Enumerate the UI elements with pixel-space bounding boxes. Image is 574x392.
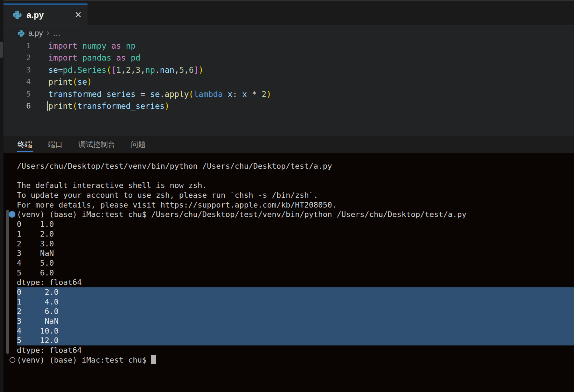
code-token: , bbox=[140, 65, 145, 75]
code-token: : bbox=[232, 90, 237, 99]
code-token: ) bbox=[164, 102, 169, 111]
code-token bbox=[247, 90, 252, 99]
code-token: ( bbox=[72, 77, 77, 86]
command-output-gutter-bar bbox=[6, 210, 9, 354]
editor-tab-bar: a.py ✕ bbox=[4, 0, 574, 26]
tab-title: a.py bbox=[27, 10, 44, 20]
terminal-line bbox=[17, 171, 574, 181]
terminal-line: (venv) (base) iMac:test chu$ bbox=[17, 355, 574, 365]
code-token: Series bbox=[77, 65, 106, 75]
terminal-line: 4 10.0 bbox=[17, 326, 574, 336]
code-token: 2 bbox=[126, 65, 131, 75]
terminal-line: For more details, please visit https://s… bbox=[17, 200, 574, 210]
code-token: . bbox=[155, 65, 160, 75]
code-token: , bbox=[184, 65, 189, 75]
code-token: nan bbox=[160, 65, 175, 75]
panel-tab-item[interactable]: 端口 bbox=[48, 136, 63, 153]
main-area: a.py ✕ a.py › … 1import numpy as np2impo… bbox=[4, 0, 574, 392]
code-token: 5 bbox=[179, 65, 184, 75]
terminal-line: The default interactive shell is now zsh… bbox=[17, 181, 574, 190]
panel-tab-active[interactable]: 终端 bbox=[18, 136, 32, 153]
code-token: transformed_series bbox=[77, 102, 164, 111]
line-number: 3 bbox=[4, 64, 31, 76]
code-token bbox=[121, 41, 126, 50]
code-token bbox=[223, 90, 228, 99]
code-token bbox=[257, 90, 262, 99]
terminal-line: 4 5.0 bbox=[17, 258, 574, 268]
code-lines: 1import numpy as np2import pandas as pd3… bbox=[4, 40, 574, 112]
code-token: x bbox=[227, 90, 232, 99]
line-number: 4 bbox=[4, 76, 31, 88]
code-line-text: transformed_series = se.apply(lambda x: … bbox=[48, 88, 271, 100]
code-token: . bbox=[160, 90, 165, 99]
code-line-text: se=pd.Series([1,2,3,np.nan,5,6]) bbox=[48, 64, 203, 76]
code-token: numpy bbox=[82, 41, 106, 50]
tab-a-py[interactable]: a.py ✕ bbox=[4, 4, 88, 25]
code-line: 4print(se) bbox=[4, 76, 574, 88]
code-line: 2import pandas as pd bbox=[4, 52, 574, 64]
code-token: ( bbox=[106, 65, 111, 75]
code-token bbox=[237, 90, 242, 99]
breadcrumb-file[interactable]: a.py bbox=[28, 29, 43, 38]
terminal-line: 3 NaN bbox=[17, 248, 574, 258]
code-token: ( bbox=[72, 102, 77, 111]
code-token: 1 bbox=[116, 65, 121, 75]
panel-tab-item[interactable]: 问题 bbox=[131, 136, 146, 153]
terminal-line: 1 2.0 bbox=[17, 229, 574, 239]
terminal-line: To update your account to use zsh, pleas… bbox=[17, 190, 574, 200]
code-token: se bbox=[150, 90, 160, 99]
terminal-lines: /Users/chu/Desktop/test/venv/bin/python … bbox=[17, 161, 574, 365]
close-icon[interactable]: ✕ bbox=[75, 10, 82, 19]
code-token bbox=[77, 41, 82, 50]
panel-tab-item[interactable]: 调试控制台 bbox=[78, 136, 115, 153]
code-token: , bbox=[121, 65, 126, 75]
code-token: import bbox=[48, 41, 77, 50]
code-token bbox=[106, 41, 111, 50]
breadcrumb: a.py › … bbox=[4, 26, 574, 39]
code-token: 2 bbox=[261, 90, 266, 99]
code-token: import bbox=[48, 53, 77, 62]
code-token: print bbox=[48, 77, 72, 86]
terminal-line: 0 2.0 bbox=[17, 287, 574, 297]
panel-tab-bar: 终端端口调试控制台问题 bbox=[4, 136, 574, 153]
code-line: 5transformed_series = se.apply(lambda x:… bbox=[4, 88, 574, 100]
code-token: , bbox=[174, 65, 179, 75]
code-token: lambda bbox=[194, 90, 223, 99]
code-line: 3se=pd.Series([1,2,3,np.nan,5,6]) bbox=[4, 64, 574, 76]
code-token bbox=[77, 53, 82, 62]
code-token: pd bbox=[131, 53, 140, 62]
window-left-edge bbox=[0, 0, 4, 392]
code-token: x bbox=[242, 90, 247, 99]
code-token: se bbox=[77, 77, 87, 86]
command-prompt-decoration-icon[interactable] bbox=[9, 357, 15, 363]
code-token bbox=[126, 53, 131, 62]
code-token: se bbox=[48, 65, 58, 75]
code-token: = bbox=[58, 65, 63, 75]
command-run-decoration-icon[interactable] bbox=[9, 211, 15, 218]
code-token: print bbox=[48, 102, 72, 111]
code-token: ) bbox=[199, 65, 204, 75]
code-line: 1import numpy as np bbox=[4, 40, 574, 52]
terminal-view[interactable]: /Users/chu/Desktop/test/venv/bin/python … bbox=[4, 153, 574, 392]
code-token: , bbox=[131, 65, 136, 75]
code-editor[interactable]: a.py › … 1import numpy as np2import pand… bbox=[4, 26, 574, 136]
sidebar-scrollbar-thumb[interactable] bbox=[0, 42, 3, 58]
terminal-line: (venv) (base) iMac:test chu$ /Users/chu/… bbox=[17, 210, 574, 219]
terminal-line: 2 3.0 bbox=[17, 239, 574, 249]
chevron-right-icon: › bbox=[47, 28, 50, 37]
code-token: transformed_series bbox=[48, 90, 135, 99]
line-number: 2 bbox=[4, 52, 31, 64]
code-line: 6print(transformed_series) bbox=[4, 100, 574, 112]
terminal-line: dtype: float64 bbox=[17, 278, 574, 287]
code-token: = bbox=[135, 90, 150, 99]
breadcrumb-symbol-ellipsis[interactable]: … bbox=[53, 29, 61, 38]
code-line-text: print(se) bbox=[48, 76, 92, 88]
code-token: [ bbox=[111, 65, 116, 75]
code-line-text: import pandas as pd bbox=[48, 52, 140, 64]
bottom-panel: 终端端口调试控制台问题 /Users/chu/Desktop/test/venv… bbox=[4, 136, 574, 392]
code-token: np bbox=[145, 65, 155, 75]
vscode-window: a.py ✕ a.py › … 1import numpy as np2impo… bbox=[0, 0, 574, 392]
terminal-line: 5 12.0 bbox=[17, 336, 574, 345]
terminal-line: dtype: float64 bbox=[17, 345, 574, 355]
terminal-line: 1 4.0 bbox=[17, 297, 574, 307]
